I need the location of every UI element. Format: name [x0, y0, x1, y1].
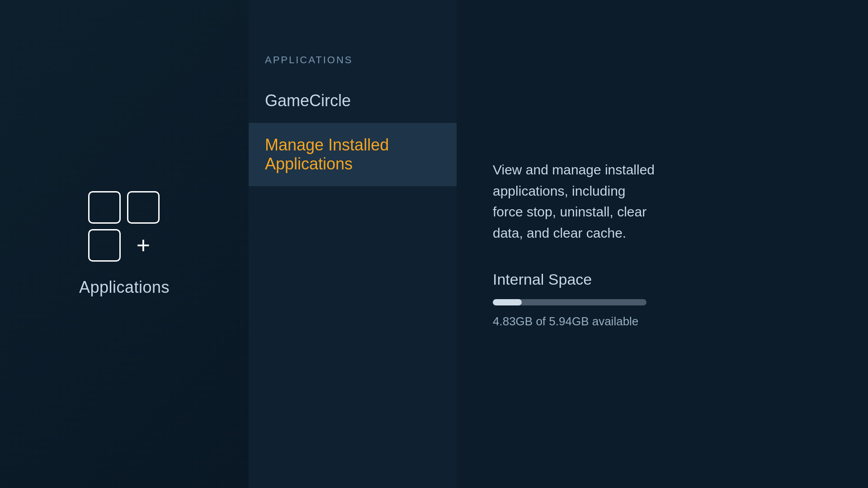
description-text: View and manage installed applications, … [493, 160, 656, 244]
app-icon-box-3 [88, 229, 121, 262]
menu-item-gamecircle[interactable]: GameCircle [249, 79, 457, 123]
menu-item-manage-installed[interactable]: Manage Installed Applications [249, 123, 457, 186]
internal-space-label: Internal Space [493, 271, 832, 288]
storage-bar-used [493, 299, 522, 305]
storage-bar-container [493, 299, 646, 305]
app-icon-plus: + [127, 229, 160, 262]
plus-icon: + [137, 234, 150, 257]
middle-panel: APPLICATIONS GameCircle Manage Installed… [249, 0, 457, 488]
section-header: APPLICATIONS [249, 54, 457, 79]
app-icon-box-2 [127, 191, 160, 224]
app-icon-box-1 [88, 191, 121, 224]
storage-available-text: 4.83GB of 5.94GB available [493, 314, 832, 328]
right-panel: View and manage installed applications, … [457, 0, 868, 488]
left-panel: + Applications [0, 0, 249, 488]
app-icon-grid: + [88, 191, 160, 262]
app-section-label: Applications [79, 278, 170, 297]
